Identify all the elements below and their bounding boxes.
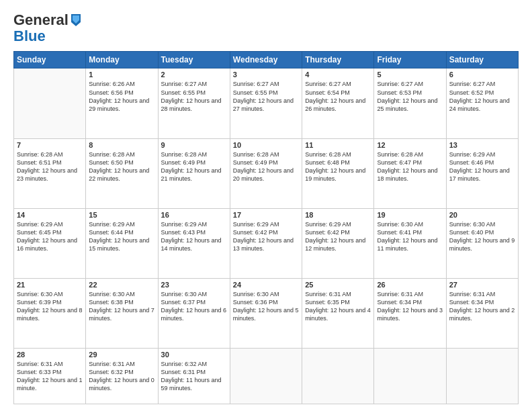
day-details: Sunrise: 6:31 AMSunset: 6:35 PMDaylight:… (305, 290, 371, 323)
calendar-cell: 4Sunrise: 6:27 AMSunset: 6:54 PMDaylight… (302, 68, 374, 138)
day-details: Sunrise: 6:28 AMSunset: 6:50 PMDaylight:… (89, 150, 154, 183)
calendar-week-row: 1Sunrise: 6:26 AMSunset: 6:56 PMDaylight… (14, 68, 519, 138)
day-number: 12 (377, 141, 443, 149)
calendar-cell: 21Sunrise: 6:30 AMSunset: 6:39 PMDayligh… (14, 278, 86, 348)
col-header-friday: Friday (374, 52, 446, 68)
day-number: 1 (89, 71, 154, 79)
calendar-cell: 5Sunrise: 6:27 AMSunset: 6:53 PMDaylight… (374, 68, 446, 138)
calendar-cell: 23Sunrise: 6:30 AMSunset: 6:37 PMDayligh… (158, 278, 230, 348)
day-number: 29 (89, 351, 154, 359)
day-details: Sunrise: 6:31 AMSunset: 6:34 PMDaylight:… (449, 290, 515, 323)
day-number: 28 (17, 351, 83, 359)
calendar-cell: 28Sunrise: 6:31 AMSunset: 6:33 PMDayligh… (14, 349, 86, 404)
day-details: Sunrise: 6:32 AMSunset: 6:31 PMDaylight:… (161, 360, 227, 393)
calendar-cell: 10Sunrise: 6:28 AMSunset: 6:49 PMDayligh… (230, 138, 302, 208)
day-details: Sunrise: 6:29 AMSunset: 6:42 PMDaylight:… (305, 220, 371, 253)
calendar-cell (230, 349, 302, 404)
day-details: Sunrise: 6:29 AMSunset: 6:42 PMDaylight:… (233, 220, 299, 253)
col-header-tuesday: Tuesday (158, 52, 230, 68)
header: General Blue (13, 12, 519, 44)
calendar-cell (302, 349, 374, 404)
calendar-header-row: SundayMondayTuesdayWednesdayThursdayFrid… (14, 52, 519, 68)
day-details: Sunrise: 6:26 AMSunset: 6:56 PMDaylight:… (89, 80, 154, 113)
calendar-week-row: 14Sunrise: 6:29 AMSunset: 6:45 PMDayligh… (14, 208, 519, 278)
col-header-sunday: Sunday (14, 52, 86, 68)
calendar-cell: 22Sunrise: 6:30 AMSunset: 6:38 PMDayligh… (86, 278, 158, 348)
calendar-cell: 1Sunrise: 6:26 AMSunset: 6:56 PMDaylight… (86, 68, 158, 138)
calendar-cell: 30Sunrise: 6:32 AMSunset: 6:31 PMDayligh… (158, 349, 230, 404)
calendar-cell: 20Sunrise: 6:30 AMSunset: 6:40 PMDayligh… (446, 208, 518, 278)
day-number: 25 (305, 281, 371, 289)
calendar-cell: 3Sunrise: 6:27 AMSunset: 6:55 PMDaylight… (230, 68, 302, 138)
day-details: Sunrise: 6:28 AMSunset: 6:51 PMDaylight:… (17, 150, 83, 183)
logo-icon (70, 13, 82, 28)
calendar-cell: 24Sunrise: 6:30 AMSunset: 6:36 PMDayligh… (230, 278, 302, 348)
day-details: Sunrise: 6:28 AMSunset: 6:49 PMDaylight:… (161, 150, 227, 183)
calendar-cell: 16Sunrise: 6:29 AMSunset: 6:43 PMDayligh… (158, 208, 230, 278)
day-number: 18 (305, 211, 371, 219)
calendar-week-row: 28Sunrise: 6:31 AMSunset: 6:33 PMDayligh… (14, 349, 519, 404)
col-header-wednesday: Wednesday (230, 52, 302, 68)
day-number: 27 (449, 281, 515, 289)
day-number: 4 (305, 71, 371, 79)
day-number: 21 (17, 281, 83, 289)
calendar-cell: 26Sunrise: 6:31 AMSunset: 6:34 PMDayligh… (374, 278, 446, 348)
day-number: 6 (449, 71, 515, 79)
day-details: Sunrise: 6:27 AMSunset: 6:52 PMDaylight:… (449, 80, 515, 113)
calendar-cell: 17Sunrise: 6:29 AMSunset: 6:42 PMDayligh… (230, 208, 302, 278)
calendar-cell: 27Sunrise: 6:31 AMSunset: 6:34 PMDayligh… (446, 278, 518, 348)
calendar-cell: 12Sunrise: 6:28 AMSunset: 6:47 PMDayligh… (374, 138, 446, 208)
day-details: Sunrise: 6:30 AMSunset: 6:40 PMDaylight:… (449, 220, 515, 253)
day-details: Sunrise: 6:30 AMSunset: 6:39 PMDaylight:… (17, 290, 83, 323)
day-number: 5 (377, 71, 443, 79)
day-details: Sunrise: 6:29 AMSunset: 6:45 PMDaylight:… (17, 220, 83, 253)
calendar-cell: 13Sunrise: 6:29 AMSunset: 6:46 PMDayligh… (446, 138, 518, 208)
calendar-cell (14, 68, 86, 138)
day-number: 15 (89, 211, 154, 219)
day-number: 8 (89, 141, 154, 149)
calendar-week-row: 7Sunrise: 6:28 AMSunset: 6:51 PMDaylight… (14, 138, 519, 208)
calendar-cell: 8Sunrise: 6:28 AMSunset: 6:50 PMDaylight… (86, 138, 158, 208)
col-header-monday: Monday (86, 52, 158, 68)
col-header-saturday: Saturday (446, 52, 518, 68)
day-details: Sunrise: 6:30 AMSunset: 6:36 PMDaylight:… (233, 290, 299, 323)
calendar-cell: 18Sunrise: 6:29 AMSunset: 6:42 PMDayligh… (302, 208, 374, 278)
day-details: Sunrise: 6:30 AMSunset: 6:38 PMDaylight:… (89, 290, 154, 323)
calendar-cell (374, 349, 446, 404)
day-details: Sunrise: 6:31 AMSunset: 6:32 PMDaylight:… (89, 360, 154, 393)
calendar-cell: 6Sunrise: 6:27 AMSunset: 6:52 PMDaylight… (446, 68, 518, 138)
calendar-cell: 19Sunrise: 6:30 AMSunset: 6:41 PMDayligh… (374, 208, 446, 278)
day-details: Sunrise: 6:28 AMSunset: 6:47 PMDaylight:… (377, 150, 443, 183)
day-details: Sunrise: 6:28 AMSunset: 6:49 PMDaylight:… (233, 150, 299, 183)
day-details: Sunrise: 6:27 AMSunset: 6:53 PMDaylight:… (377, 80, 443, 113)
day-number: 22 (89, 281, 154, 289)
day-details: Sunrise: 6:29 AMSunset: 6:44 PMDaylight:… (89, 220, 154, 253)
day-number: 10 (233, 141, 299, 149)
calendar-table: SundayMondayTuesdayWednesdayThursdayFrid… (13, 51, 519, 404)
calendar-cell (446, 349, 518, 404)
calendar-cell: 7Sunrise: 6:28 AMSunset: 6:51 PMDaylight… (14, 138, 86, 208)
day-details: Sunrise: 6:29 AMSunset: 6:46 PMDaylight:… (449, 150, 515, 183)
day-details: Sunrise: 6:30 AMSunset: 6:37 PMDaylight:… (161, 290, 227, 323)
day-number: 7 (17, 141, 83, 149)
col-header-thursday: Thursday (302, 52, 374, 68)
calendar-cell: 25Sunrise: 6:31 AMSunset: 6:35 PMDayligh… (302, 278, 374, 348)
day-number: 17 (233, 211, 299, 219)
day-number: 26 (377, 281, 443, 289)
day-details: Sunrise: 6:29 AMSunset: 6:43 PMDaylight:… (161, 220, 227, 253)
day-number: 23 (161, 281, 227, 289)
day-number: 19 (377, 211, 443, 219)
calendar-cell: 2Sunrise: 6:27 AMSunset: 6:55 PMDaylight… (158, 68, 230, 138)
day-details: Sunrise: 6:28 AMSunset: 6:48 PMDaylight:… (305, 150, 371, 183)
day-number: 9 (161, 141, 227, 149)
day-number: 13 (449, 141, 515, 149)
day-number: 24 (233, 281, 299, 289)
logo-blue: Blue (13, 28, 82, 44)
day-details: Sunrise: 6:31 AMSunset: 6:33 PMDaylight:… (17, 360, 83, 393)
calendar-week-row: 21Sunrise: 6:30 AMSunset: 6:39 PMDayligh… (14, 278, 519, 348)
day-details: Sunrise: 6:31 AMSunset: 6:34 PMDaylight:… (377, 290, 443, 323)
calendar-cell: 14Sunrise: 6:29 AMSunset: 6:45 PMDayligh… (14, 208, 86, 278)
page: General Blue SundayMondayTuesdayWednesda… (0, 0, 532, 411)
calendar-cell: 9Sunrise: 6:28 AMSunset: 6:49 PMDaylight… (158, 138, 230, 208)
day-details: Sunrise: 6:27 AMSunset: 6:55 PMDaylight:… (233, 80, 299, 113)
